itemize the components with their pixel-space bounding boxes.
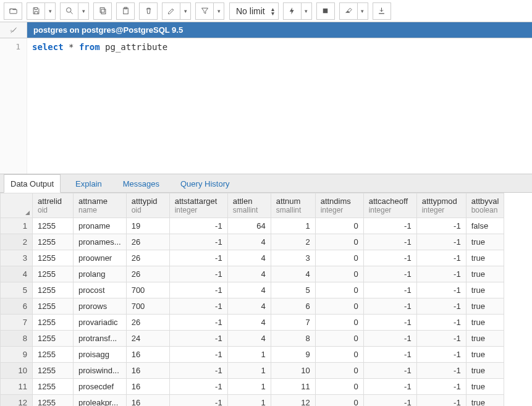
table-row[interactable]: 121255proleakpr...16-11120-1-1true [1, 395, 504, 407]
row-number[interactable]: 3 [1, 250, 33, 266]
cell[interactable]: 9 [271, 347, 315, 363]
cell[interactable]: true [466, 234, 504, 250]
cell[interactable]: 1255 [33, 250, 74, 266]
cell[interactable]: 1255 [33, 282, 74, 298]
cell[interactable]: true [466, 379, 504, 395]
execute-dropdown[interactable]: ▾ [301, 2, 312, 20]
cell[interactable]: 19 [126, 218, 169, 234]
cell[interactable]: 1255 [33, 379, 74, 395]
cell[interactable]: 4 [227, 298, 271, 315]
cell[interactable]: 8 [271, 331, 315, 347]
connection-status-icon[interactable] [0, 22, 27, 38]
cell[interactable]: 700 [126, 282, 169, 298]
cell[interactable]: -1 [363, 218, 416, 234]
cell[interactable]: proname [74, 218, 127, 234]
table-row[interactable]: 71255provariadic26-1470-1-1true [1, 315, 504, 331]
cell[interactable]: 4 [271, 266, 315, 282]
corner-cell[interactable] [1, 193, 33, 218]
cell[interactable]: 1255 [33, 234, 74, 250]
open-file-button[interactable] [4, 2, 22, 20]
cell[interactable]: 26 [126, 266, 169, 282]
cell[interactable]: 1255 [33, 266, 74, 282]
cell[interactable]: -1 [416, 298, 466, 315]
tab-explain[interactable]: Explain [69, 175, 108, 192]
cell[interactable]: 1255 [33, 363, 74, 379]
cell[interactable]: 1255 [33, 298, 74, 315]
cell[interactable]: -1 [169, 315, 227, 331]
clear-dropdown[interactable]: ▾ [357, 2, 368, 20]
cell[interactable]: -1 [363, 250, 416, 266]
column-header-attrelid[interactable]: attrelidoid [33, 193, 74, 218]
cell[interactable]: true [466, 315, 504, 331]
cell[interactable]: -1 [169, 379, 227, 395]
cell[interactable]: -1 [416, 218, 466, 234]
cell[interactable]: -1 [363, 298, 416, 315]
cell[interactable]: 16 [126, 363, 169, 379]
cell[interactable]: 26 [126, 315, 169, 331]
cell[interactable]: 10 [271, 363, 315, 379]
cell[interactable]: -1 [169, 395, 227, 407]
cell[interactable]: true [466, 363, 504, 379]
row-number[interactable]: 8 [1, 331, 33, 347]
cell[interactable]: -1 [416, 315, 466, 331]
column-header-attcacheoff[interactable]: attcacheoffinteger [363, 193, 416, 218]
cell[interactable]: -1 [363, 331, 416, 347]
cell[interactable]: -1 [363, 363, 416, 379]
result-grid-wrap[interactable]: attrelidoidattnamenameatttypidoidattstat… [0, 193, 532, 406]
cell[interactable]: -1 [169, 218, 227, 234]
cell[interactable]: 16 [126, 379, 169, 395]
sql-code[interactable]: select * from pg_attribute [27, 38, 532, 174]
cell[interactable]: -1 [363, 315, 416, 331]
cell[interactable]: 700 [126, 298, 169, 315]
cell[interactable]: 11 [271, 379, 315, 395]
cell[interactable]: 26 [126, 250, 169, 266]
table-row[interactable]: 101255proiswind...16-11100-1-1true [1, 363, 504, 379]
cell[interactable]: prolang [74, 266, 127, 282]
cell[interactable]: -1 [363, 282, 416, 298]
cell[interactable]: true [466, 298, 504, 315]
cell[interactable]: -1 [169, 298, 227, 315]
cell[interactable]: -1 [363, 395, 416, 407]
cell[interactable]: protransf... [74, 331, 127, 347]
column-header-atttypmod[interactable]: atttypmodinteger [416, 193, 466, 218]
row-number[interactable]: 5 [1, 282, 33, 298]
row-number[interactable]: 12 [1, 395, 33, 407]
table-row[interactable]: 61255prorows700-1460-1-1true [1, 298, 504, 315]
cell[interactable]: -1 [169, 250, 227, 266]
cell[interactable]: -1 [416, 250, 466, 266]
execute-button[interactable] [283, 2, 302, 20]
cell[interactable]: 7 [271, 315, 315, 331]
find-button[interactable] [60, 2, 78, 20]
cell[interactable]: 1 [227, 347, 271, 363]
row-number[interactable]: 9 [1, 347, 33, 363]
cell[interactable]: provariadic [74, 315, 127, 331]
cell[interactable]: true [466, 266, 504, 282]
cell[interactable]: 0 [315, 395, 363, 407]
table-row[interactable]: 11255proname19-16410-1-1false [1, 218, 504, 234]
copy-button[interactable] [93, 2, 112, 20]
column-header-atttypid[interactable]: atttypidoid [126, 193, 169, 218]
cell[interactable]: true [466, 250, 504, 266]
cell[interactable]: -1 [363, 379, 416, 395]
cell[interactable]: -1 [363, 266, 416, 282]
cell[interactable]: -1 [363, 234, 416, 250]
cell[interactable]: -1 [416, 331, 466, 347]
cell[interactable]: 0 [315, 298, 363, 315]
column-header-attname[interactable]: attnamename [74, 193, 127, 218]
table-row[interactable]: 21255pronames...26-1420-1-1true [1, 234, 504, 250]
column-header-attnum[interactable]: attnumsmallint [271, 193, 315, 218]
cell[interactable]: 4 [227, 315, 271, 331]
tab-data-output[interactable]: Data Output [4, 174, 61, 193]
cell[interactable]: -1 [416, 379, 466, 395]
cell[interactable]: 1255 [33, 347, 74, 363]
edit-button[interactable] [162, 2, 180, 20]
delete-row-button[interactable] [139, 2, 158, 20]
cell[interactable]: 16 [126, 395, 169, 407]
cell[interactable]: 5 [271, 282, 315, 298]
cell[interactable]: 26 [126, 234, 169, 250]
cell[interactable]: 12 [271, 395, 315, 407]
cell[interactable]: true [466, 282, 504, 298]
cell[interactable]: 0 [315, 250, 363, 266]
cell[interactable]: 4 [227, 282, 271, 298]
cell[interactable]: 24 [126, 331, 169, 347]
